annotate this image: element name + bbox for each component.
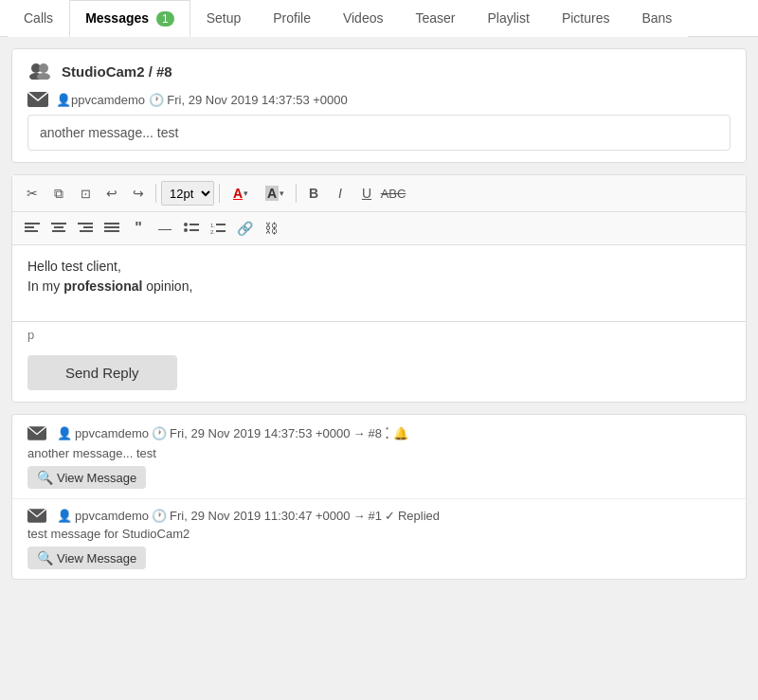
editor-card: ✂ ⧉ ⊡ ↩ ↪ 8pt 10pt 12pt 14pt 16pt 18pt 2… — [11, 174, 747, 403]
main-content: StudioCam2 / #8 👤 ppvcamdemo 🕐 Fri, 29 N… — [0, 37, 758, 591]
svg-rect-7 — [25, 230, 38, 232]
msg1-room: #8 — [369, 426, 382, 440]
message-list-card: 👤 ppvcamdemo 🕐 Fri, 29 Nov 2019 14:37:53… — [11, 414, 747, 580]
svg-rect-5 — [25, 223, 40, 224]
italic-button[interactable]: I — [328, 181, 352, 206]
toolbar-sep-2 — [219, 184, 220, 203]
messages-badge: 1 — [156, 11, 174, 27]
bg-color-arrow: ▾ — [280, 188, 284, 198]
tab-messages[interactable]: Messages 1 — [69, 0, 190, 37]
msg2-room: #1 — [369, 509, 382, 523]
tab-videos[interactable]: Videos — [327, 0, 400, 37]
strikethrough-button[interactable]: ABC — [381, 181, 406, 206]
msg2-sender: ppvcamdemo — [75, 509, 149, 523]
svg-rect-16 — [104, 230, 119, 232]
tab-profile[interactable]: Profile — [257, 0, 327, 37]
check-icon-2: ✓ — [385, 509, 395, 523]
svg-rect-14 — [104, 223, 119, 224]
group-icon — [27, 61, 54, 82]
font-color-arrow: ▾ — [244, 188, 248, 198]
view-message-button-1[interactable]: 🔍 View Message — [27, 466, 146, 489]
clock-icon-1: 🕐 — [152, 426, 167, 440]
bg-color-button[interactable]: A ▾ — [259, 181, 291, 206]
justify-button[interactable] — [99, 216, 124, 241]
message-list-item-1: 👤 ppvcamdemo 🕐 Fri, 29 Nov 2019 14:37:53… — [12, 415, 746, 499]
message-body: another message... test — [27, 115, 731, 151]
clock-icon: 🕐 — [149, 93, 164, 107]
svg-rect-22 — [216, 224, 226, 225]
toolbar-sep-3 — [296, 184, 297, 203]
align-center-button[interactable] — [46, 216, 71, 241]
svg-text:1.: 1. — [210, 223, 215, 228]
tab-bans[interactable]: Bans — [625, 0, 688, 37]
font-color-a: A — [233, 186, 243, 201]
envelope-icon — [27, 92, 48, 107]
msg2-body: test message for StudioCam2 — [27, 527, 731, 541]
send-reply-button[interactable]: Send Reply — [27, 355, 177, 390]
redo-button[interactable]: ↪ — [126, 181, 151, 206]
align-left-button[interactable] — [20, 216, 45, 241]
bg-color-a: A — [265, 186, 279, 201]
font-color-button[interactable]: A ▾ — [225, 181, 257, 206]
align-right-button[interactable] — [73, 216, 98, 241]
msg1-timestamp: Fri, 29 Nov 2019 14:37:53 +0000 — [170, 426, 350, 440]
svg-rect-13 — [80, 230, 93, 232]
editor-line1: Hello test client, — [27, 257, 731, 277]
tab-setup[interactable]: Setup — [190, 0, 258, 37]
message-meta: 👤 ppvcamdemo 🕐 Fri, 29 Nov 2019 14:37:53… — [27, 92, 731, 107]
editor-footer: p — [12, 321, 746, 348]
paste-button[interactable]: ⊡ — [73, 181, 98, 206]
blockquote-button[interactable]: " — [126, 216, 151, 241]
message-timestamp: Fri, 29 Nov 2019 14:37:53 +0000 — [167, 93, 347, 107]
search-icon-1: 🔍 — [37, 470, 53, 485]
svg-rect-12 — [83, 226, 93, 228]
user-icon-1: 👤 — [57, 426, 72, 440]
remove-link-button[interactable]: ⛓ — [259, 216, 283, 241]
bell-icon-1: 🔔 — [393, 426, 408, 440]
editor-content-area[interactable]: Hello test client, In my professional op… — [12, 245, 746, 321]
search-icon-2: 🔍 — [37, 550, 53, 565]
svg-rect-20 — [190, 229, 199, 231]
room-title: StudioCam2 / #8 — [62, 63, 172, 80]
undo-button[interactable]: ↩ — [99, 181, 124, 206]
editor-toolbar-row2: " — 1.2. 🔗 ⛓ — [12, 212, 746, 245]
msg1-arrow: → — [353, 426, 366, 440]
underline-button[interactable]: U — [354, 181, 379, 206]
toolbar-sep-1 — [155, 184, 156, 203]
insert-link-button[interactable]: 🔗 — [232, 216, 257, 241]
tab-teaser[interactable]: Teaser — [399, 0, 471, 37]
msg2-arrow: → — [353, 509, 366, 523]
ol-button[interactable]: 1.2. — [206, 216, 230, 241]
cut-button[interactable]: ✂ — [20, 181, 45, 206]
sender-name: ppvcamdemo — [71, 93, 145, 107]
view-message-button-2[interactable]: 🔍 View Message — [27, 547, 146, 569]
user-icon: 👤 — [56, 93, 71, 107]
svg-rect-10 — [52, 230, 65, 232]
hr-button[interactable]: — — [153, 216, 177, 241]
msg1-body: another message... test — [27, 446, 731, 460]
editor-toolbar-row1: ✂ ⧉ ⊡ ↩ ↪ 8pt 10pt 12pt 14pt 16pt 18pt 2… — [12, 175, 746, 212]
copy-button[interactable]: ⧉ — [46, 181, 71, 206]
message-list-item-2: 👤 ppvcamdemo 🕐 Fri, 29 Nov 2019 11:30:47… — [12, 499, 746, 579]
svg-text:2.: 2. — [210, 229, 215, 235]
font-size-select[interactable]: 8pt 10pt 12pt 14pt 16pt 18pt 24pt 36pt — [161, 181, 214, 206]
msg2-timestamp: Fri, 29 Nov 2019 11:30:47 +0000 — [170, 509, 350, 523]
svg-point-17 — [184, 223, 188, 226]
envelope-icon-1 — [27, 426, 46, 440]
msg2-meta: 👤 ppvcamdemo 🕐 Fri, 29 Nov 2019 11:30:47… — [27, 509, 731, 523]
tab-calls[interactable]: Calls — [8, 0, 69, 37]
svg-rect-6 — [25, 226, 34, 228]
tabs-bar: Calls Messages 1 Setup Profile Videos Te… — [0, 0, 758, 37]
svg-rect-24 — [216, 230, 226, 232]
svg-point-1 — [39, 63, 48, 73]
ul-button[interactable] — [179, 216, 204, 241]
bold-button[interactable]: B — [301, 181, 326, 206]
tab-playlist[interactable]: Playlist — [472, 0, 546, 37]
svg-rect-8 — [51, 223, 66, 224]
tab-pictures[interactable]: Pictures — [546, 0, 626, 37]
inbox-card: StudioCam2 / #8 👤 ppvcamdemo 🕐 Fri, 29 N… — [11, 48, 747, 163]
svg-rect-9 — [54, 226, 63, 228]
editor-line2: In my professional opinion, — [27, 277, 731, 296]
envelope-icon-2 — [27, 509, 46, 523]
msg1-dots: ⁚ — [385, 424, 390, 442]
